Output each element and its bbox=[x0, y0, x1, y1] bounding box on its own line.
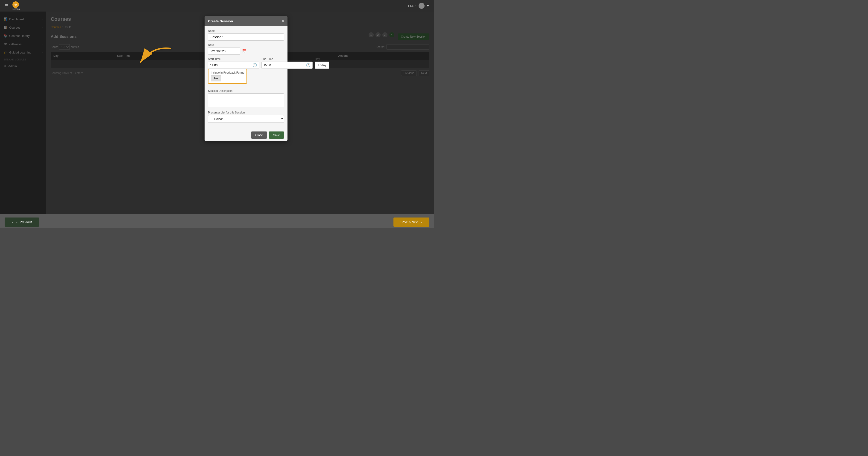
modal-body: Name Date 📅 Start Time 🕐 bbox=[205, 26, 287, 129]
end-time-col: End Time 🕐 bbox=[261, 57, 313, 69]
clock-icon-end: 🕐 bbox=[304, 63, 312, 67]
arrow-annotation bbox=[129, 44, 175, 73]
logo-text: Censeo bbox=[12, 8, 20, 10]
chevron-down-icon: ▼ bbox=[426, 4, 429, 8]
modal-title: Create Session bbox=[208, 19, 233, 23]
modal-header: Create Session × bbox=[205, 16, 287, 26]
end-time-input-wrap: 🕐 bbox=[261, 62, 313, 69]
modal-footer: Close Save bbox=[205, 129, 287, 141]
date-field-group: Date 📅 bbox=[208, 44, 284, 55]
end-time-label: End Time bbox=[261, 57, 313, 61]
modal-close-button[interactable]: × bbox=[282, 19, 284, 23]
end-time-input[interactable] bbox=[262, 62, 304, 68]
start-time-label: Start Time bbox=[208, 57, 259, 61]
feedback-no-button[interactable]: No bbox=[211, 76, 221, 81]
previous-label: ← Previous bbox=[16, 220, 32, 224]
day-label: Day bbox=[315, 57, 329, 61]
calendar-icon[interactable]: 📅 bbox=[242, 49, 247, 53]
day-col: Day Friday bbox=[315, 57, 329, 69]
description-textarea[interactable] bbox=[208, 93, 284, 107]
navbar-user: EDS 1 ▼ bbox=[408, 3, 429, 9]
start-time-input[interactable] bbox=[208, 62, 251, 68]
avatar bbox=[418, 3, 425, 9]
date-input[interactable] bbox=[208, 48, 240, 55]
date-label: Date bbox=[208, 44, 284, 47]
navbar-logo: ⊕ Censeo bbox=[12, 1, 20, 10]
hamburger-icon[interactable]: ☰ bbox=[5, 3, 8, 8]
create-session-modal: Create Session × Name Date 📅 Start Time bbox=[205, 16, 287, 141]
feedback-forms-group: Include in Feedback Forms No bbox=[208, 69, 284, 86]
save-modal-button[interactable]: Save bbox=[269, 132, 284, 139]
clock-icon-start: 🕐 bbox=[251, 63, 259, 67]
user-label: EDS 1 bbox=[408, 4, 417, 8]
save-next-button[interactable]: Save & Next → bbox=[394, 218, 429, 227]
description-group: Session Description bbox=[208, 89, 284, 108]
start-time-input-wrap: 🕐 bbox=[208, 62, 259, 69]
logo-icon: ⊕ bbox=[12, 1, 19, 8]
name-input[interactable] bbox=[208, 33, 284, 40]
presenter-select[interactable]: -- Select -- bbox=[208, 115, 284, 123]
close-modal-button[interactable]: Close bbox=[251, 132, 267, 139]
feedback-box: Include in Feedback Forms No bbox=[208, 69, 247, 84]
description-label: Session Description bbox=[208, 89, 284, 92]
presenter-label: Presenter List for this Session bbox=[208, 111, 284, 114]
presenter-group: Presenter List for this Session -- Selec… bbox=[208, 111, 284, 123]
action-bar: ← ← Previous Save & Next → bbox=[0, 214, 434, 228]
start-time-col: Start Time 🕐 bbox=[208, 57, 259, 69]
time-day-row: Start Time 🕐 End Time 🕐 Day Friday bbox=[208, 57, 284, 69]
feedback-label: Include in Feedback Forms bbox=[211, 71, 244, 74]
navbar: ☰ ⊕ Censeo EDS 1 ▼ bbox=[0, 0, 434, 11]
previous-button[interactable]: ← ← Previous bbox=[5, 218, 39, 227]
navbar-left: ☰ ⊕ Censeo bbox=[5, 1, 20, 10]
save-next-label: Save & Next → bbox=[400, 220, 423, 224]
name-field-group: Name bbox=[208, 29, 284, 40]
day-button[interactable]: Friday bbox=[315, 62, 329, 69]
arrow-left-icon: ← bbox=[11, 220, 16, 224]
name-label: Name bbox=[208, 29, 284, 32]
